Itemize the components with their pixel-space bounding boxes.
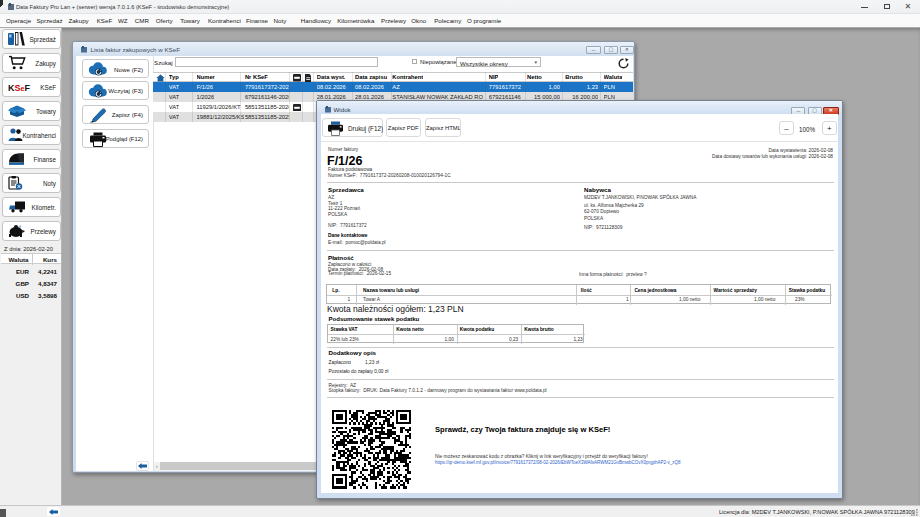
svg-text:KSeF: KSeF: [8, 83, 30, 93]
svg-text:zł: zł: [18, 224, 21, 229]
